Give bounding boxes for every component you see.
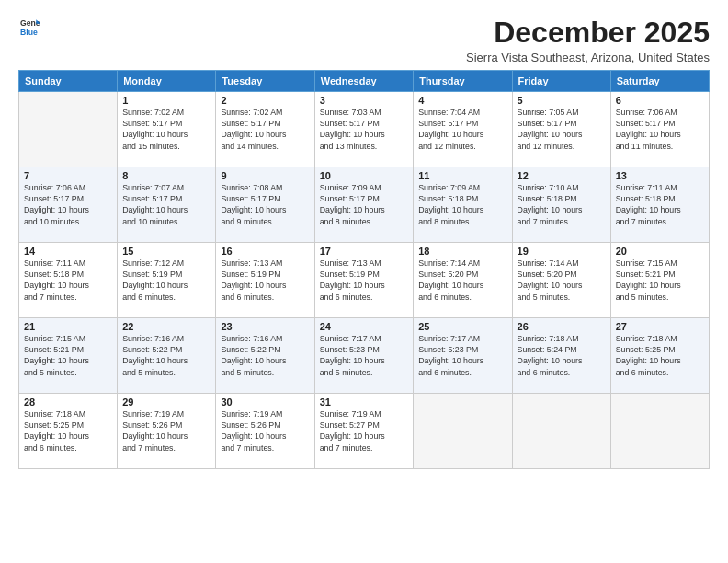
day-info: Sunrise: 7:02 AMSunset: 5:17 PMDaylight:… [122, 107, 210, 152]
day-number: 1 [122, 95, 210, 106]
table-row [610, 394, 709, 469]
day-number: 20 [616, 246, 704, 257]
day-info: Sunrise: 7:03 AMSunset: 5:17 PMDaylight:… [320, 107, 409, 152]
col-monday: Monday [118, 71, 216, 92]
day-info: Sunrise: 7:15 AMSunset: 5:21 PMDaylight:… [616, 258, 704, 303]
day-info: Sunrise: 7:17 AMSunset: 5:23 PMDaylight:… [320, 333, 409, 378]
day-number: 5 [518, 95, 606, 106]
day-info: Sunrise: 7:14 AMSunset: 5:20 PMDaylight:… [518, 258, 606, 303]
table-row: 7Sunrise: 7:06 AMSunset: 5:17 PMDaylight… [19, 167, 118, 243]
table-row: 2Sunrise: 7:02 AMSunset: 5:17 PMDaylight… [216, 92, 314, 167]
day-info: Sunrise: 7:18 AMSunset: 5:25 PMDaylight:… [616, 333, 704, 378]
table-row: 22Sunrise: 7:16 AMSunset: 5:22 PMDayligh… [118, 318, 216, 394]
day-info: Sunrise: 7:08 AMSunset: 5:17 PMDaylight:… [221, 182, 309, 227]
table-row: 20Sunrise: 7:15 AMSunset: 5:21 PMDayligh… [610, 243, 709, 318]
table-row [414, 394, 512, 469]
header-row: Sunday Monday Tuesday Wednesday Thursday… [19, 71, 710, 92]
day-info: Sunrise: 7:09 AMSunset: 5:18 PMDaylight:… [418, 182, 506, 227]
table-row [512, 394, 610, 469]
day-info: Sunrise: 7:18 AMSunset: 5:24 PMDaylight:… [518, 333, 606, 378]
calendar-week-row: 7Sunrise: 7:06 AMSunset: 5:17 PMDaylight… [19, 167, 710, 243]
day-number: 6 [616, 95, 704, 106]
calendar-week-row: 14Sunrise: 7:11 AMSunset: 5:18 PMDayligh… [19, 243, 710, 318]
table-row: 17Sunrise: 7:13 AMSunset: 5:19 PMDayligh… [314, 243, 414, 318]
logo-icon: General Blue [20, 17, 40, 37]
day-number: 25 [418, 321, 506, 332]
day-info: Sunrise: 7:16 AMSunset: 5:22 PMDaylight:… [221, 333, 309, 378]
table-row: 6Sunrise: 7:06 AMSunset: 5:17 PMDaylight… [610, 92, 709, 167]
day-number: 8 [122, 170, 210, 181]
day-info: Sunrise: 7:12 AMSunset: 5:19 PMDaylight:… [122, 258, 210, 303]
table-row: 29Sunrise: 7:19 AMSunset: 5:26 PMDayligh… [118, 394, 216, 469]
day-number: 22 [122, 321, 210, 332]
day-info: Sunrise: 7:02 AMSunset: 5:17 PMDaylight:… [221, 107, 309, 152]
calendar-table: Sunday Monday Tuesday Wednesday Thursday… [18, 70, 710, 469]
col-friday: Friday [512, 71, 610, 92]
table-row: 8Sunrise: 7:07 AMSunset: 5:17 PMDaylight… [118, 167, 216, 243]
svg-text:Blue: Blue [20, 28, 38, 37]
table-row: 15Sunrise: 7:12 AMSunset: 5:19 PMDayligh… [118, 243, 216, 318]
day-info: Sunrise: 7:07 AMSunset: 5:17 PMDaylight:… [122, 182, 210, 227]
calendar-week-row: 21Sunrise: 7:15 AMSunset: 5:21 PMDayligh… [19, 318, 710, 394]
col-tuesday: Tuesday [216, 71, 314, 92]
day-number: 27 [616, 321, 704, 332]
day-info: Sunrise: 7:11 AMSunset: 5:18 PMDaylight:… [616, 182, 704, 227]
day-info: Sunrise: 7:04 AMSunset: 5:17 PMDaylight:… [418, 107, 506, 152]
day-info: Sunrise: 7:11 AMSunset: 5:18 PMDaylight:… [24, 258, 112, 303]
table-row: 1Sunrise: 7:02 AMSunset: 5:17 PMDaylight… [118, 92, 216, 167]
day-number: 4 [418, 95, 506, 106]
day-number: 12 [518, 170, 606, 181]
table-row: 4Sunrise: 7:04 AMSunset: 5:17 PMDaylight… [414, 92, 512, 167]
day-number: 18 [418, 246, 506, 257]
table-row: 16Sunrise: 7:13 AMSunset: 5:19 PMDayligh… [216, 243, 314, 318]
table-row: 10Sunrise: 7:09 AMSunset: 5:17 PMDayligh… [314, 167, 414, 243]
calendar-week-row: 28Sunrise: 7:18 AMSunset: 5:25 PMDayligh… [19, 394, 710, 469]
table-row: 27Sunrise: 7:18 AMSunset: 5:25 PMDayligh… [610, 318, 709, 394]
day-number: 9 [221, 170, 309, 181]
table-row: 9Sunrise: 7:08 AMSunset: 5:17 PMDaylight… [216, 167, 314, 243]
header: General Blue December 2025 Sierra Vista … [18, 17, 710, 64]
table-row: 26Sunrise: 7:18 AMSunset: 5:24 PMDayligh… [512, 318, 610, 394]
location: Sierra Vista Southeast, Arizona, United … [466, 51, 710, 64]
day-info: Sunrise: 7:05 AMSunset: 5:17 PMDaylight:… [518, 107, 606, 152]
day-number: 28 [24, 396, 112, 408]
title-block: December 2025 Sierra Vista Southeast, Ar… [466, 17, 710, 64]
day-number: 14 [24, 246, 112, 257]
day-info: Sunrise: 7:19 AMSunset: 5:27 PMDaylight:… [320, 408, 409, 454]
table-row [19, 92, 118, 167]
table-row: 23Sunrise: 7:16 AMSunset: 5:22 PMDayligh… [216, 318, 314, 394]
day-info: Sunrise: 7:18 AMSunset: 5:25 PMDaylight:… [24, 408, 112, 454]
day-number: 19 [518, 246, 606, 257]
table-row: 12Sunrise: 7:10 AMSunset: 5:18 PMDayligh… [512, 167, 610, 243]
table-row: 14Sunrise: 7:11 AMSunset: 5:18 PMDayligh… [19, 243, 118, 318]
day-info: Sunrise: 7:09 AMSunset: 5:17 PMDaylight:… [320, 182, 409, 227]
table-row: 19Sunrise: 7:14 AMSunset: 5:20 PMDayligh… [512, 243, 610, 318]
day-number: 7 [24, 170, 112, 181]
day-number: 23 [221, 321, 309, 332]
day-info: Sunrise: 7:19 AMSunset: 5:26 PMDaylight:… [221, 408, 309, 454]
day-number: 2 [221, 95, 309, 106]
table-row: 11Sunrise: 7:09 AMSunset: 5:18 PMDayligh… [414, 167, 512, 243]
day-number: 26 [518, 321, 606, 332]
logo: General Blue [18, 17, 40, 40]
table-row: 3Sunrise: 7:03 AMSunset: 5:17 PMDaylight… [314, 92, 414, 167]
calendar-week-row: 1Sunrise: 7:02 AMSunset: 5:17 PMDaylight… [19, 92, 710, 167]
col-thursday: Thursday [414, 71, 512, 92]
day-number: 21 [24, 321, 112, 332]
day-info: Sunrise: 7:06 AMSunset: 5:17 PMDaylight:… [616, 107, 704, 152]
table-row: 18Sunrise: 7:14 AMSunset: 5:20 PMDayligh… [414, 243, 512, 318]
day-info: Sunrise: 7:15 AMSunset: 5:21 PMDaylight:… [24, 333, 112, 378]
table-row: 24Sunrise: 7:17 AMSunset: 5:23 PMDayligh… [314, 318, 414, 394]
day-number: 31 [320, 396, 409, 408]
col-wednesday: Wednesday [314, 71, 414, 92]
table-row: 5Sunrise: 7:05 AMSunset: 5:17 PMDaylight… [512, 92, 610, 167]
day-info: Sunrise: 7:14 AMSunset: 5:20 PMDaylight:… [418, 258, 506, 303]
month-title: December 2025 [466, 17, 710, 49]
page: General Blue December 2025 Sierra Vista … [0, 0, 728, 563]
table-row: 25Sunrise: 7:17 AMSunset: 5:23 PMDayligh… [414, 318, 512, 394]
day-info: Sunrise: 7:16 AMSunset: 5:22 PMDaylight:… [122, 333, 210, 378]
day-number: 17 [320, 246, 409, 257]
table-row: 28Sunrise: 7:18 AMSunset: 5:25 PMDayligh… [19, 394, 118, 469]
day-number: 3 [320, 95, 409, 106]
table-row: 13Sunrise: 7:11 AMSunset: 5:18 PMDayligh… [610, 167, 709, 243]
